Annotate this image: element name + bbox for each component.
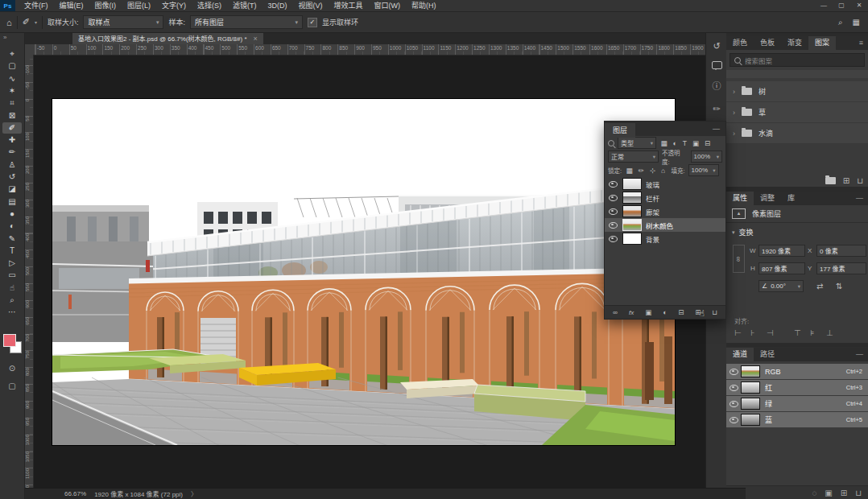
history-brush-tool[interactable]: ↺ <box>2 171 22 183</box>
dodge-tool[interactable]: ◐ <box>2 221 22 232</box>
new-group-icon[interactable]: ⊟ <box>678 308 684 316</box>
home-icon[interactable]: ⌂ <box>6 18 12 27</box>
menu-view[interactable]: 视图(V) <box>293 0 329 11</box>
filter-type-select[interactable]: 类型▾ <box>618 137 656 149</box>
load-selection-icon[interactable]: ◌ <box>812 489 816 497</box>
visibility-eye-icon[interactable] <box>609 236 618 242</box>
save-mask-icon[interactable]: ▣ <box>825 489 832 497</box>
zoom-level[interactable]: 66.67% <box>64 490 86 497</box>
layer-row[interactable]: 栏杆 <box>605 191 725 204</box>
document-tab[interactable]: 基地入口效果图2 - 副本.psd @ 66.7%(树木颜色, RGB/8#) … <box>72 32 263 44</box>
zoom-tool[interactable]: ⌕ <box>2 295 22 306</box>
tab-channels[interactable]: 通道 <box>726 348 754 361</box>
type-tool[interactable]: T <box>2 245 22 257</box>
panel-menu-icon[interactable]: ≡ <box>859 36 863 50</box>
search-icon[interactable]: ⌕ <box>838 18 843 27</box>
layer-thumbnail[interactable] <box>622 233 642 245</box>
layer-thumbnail[interactable] <box>622 205 642 217</box>
filter-smart-icon[interactable]: ⊟ <box>705 139 710 147</box>
menu-image[interactable]: 图像(I) <box>89 0 122 11</box>
gradient-tool[interactable]: ▤ <box>2 196 22 208</box>
hand-tool[interactable]: ☝ <box>2 282 22 294</box>
lock-pixels-icon[interactable]: ✏ <box>639 167 644 175</box>
visibility-eye-icon[interactable] <box>609 195 618 201</box>
vertical-ruler[interactable]: -100-50050100150200250300350400450500550… <box>24 55 34 489</box>
visibility-eye-icon[interactable] <box>609 181 618 188</box>
move-tool[interactable]: ⌖ <box>2 48 22 60</box>
tab-layers[interactable]: 图层 <box>605 123 635 138</box>
info-panel-icon[interactable]: ⓘ <box>709 79 725 93</box>
quick-mask-button[interactable]: ⊙ <box>2 364 22 373</box>
layer-thumbnail[interactable] <box>622 178 642 190</box>
filter-pixel-icon[interactable]: ▦ <box>661 139 668 147</box>
menu-select[interactable]: 选择(S) <box>192 0 227 11</box>
channel-row-red[interactable]: 红 Ctrl+3 <box>726 380 868 395</box>
channel-row-blue[interactable]: 蓝 Ctrl+5 <box>726 412 868 427</box>
tab-color[interactable]: 颜色 <box>726 36 754 50</box>
pen-tool[interactable]: ✎ <box>2 233 22 245</box>
y-field[interactable]: 177 像素 <box>816 262 866 274</box>
expand-icon[interactable]: › <box>733 109 735 117</box>
filter-adjustment-icon[interactable]: ◐ <box>673 139 677 147</box>
rotate-angle-field[interactable]: ∠ 0.00° ▾ <box>758 280 804 292</box>
minimize-button[interactable]: — <box>815 0 833 11</box>
layers-panel-header[interactable]: 图层 — <box>605 122 725 136</box>
lasso-tool[interactable]: ∿ <box>2 73 22 85</box>
chevron-down-icon[interactable]: ▾ <box>732 229 735 236</box>
expand-icon[interactable]: › <box>733 88 735 96</box>
align-bottom-icon[interactable]: ⊥ <box>826 328 833 337</box>
frame-tool[interactable]: ⊠ <box>2 110 22 122</box>
tab-adjustments[interactable]: 调整 <box>754 192 781 205</box>
pattern-search-input[interactable]: 搜索图案 <box>730 53 865 67</box>
maximize-button[interactable]: ▢ <box>833 0 850 11</box>
layer-row[interactable]: 廊架 <box>605 204 725 218</box>
blend-mode-select[interactable]: 正常▾ <box>608 151 659 163</box>
layer-row-selected[interactable]: 树木颜色 <box>605 218 725 232</box>
menu-file[interactable]: 文件(F) <box>19 0 54 11</box>
layer-style-icon[interactable]: fx <box>629 309 634 316</box>
expand-icon[interactable]: › <box>733 130 735 138</box>
sample-size-select[interactable]: 取样点 ▾ <box>83 15 163 29</box>
chevron-down-icon[interactable]: ▾ <box>35 19 37 25</box>
tab-swatches[interactable]: 色板 <box>754 36 781 50</box>
workspace-icon[interactable]: ▦ <box>853 18 860 27</box>
edit-toolbar[interactable]: ⋯ <box>2 307 22 318</box>
menu-plugins[interactable]: 增效工具 <box>329 0 369 11</box>
tab-patterns[interactable]: 图案 <box>808 36 836 50</box>
tab-properties[interactable]: 属性 <box>726 192 754 205</box>
eyedropper-tool[interactable]: ✐ <box>2 122 22 134</box>
filter-shape-icon[interactable]: ▣ <box>692 139 699 147</box>
screen-mode-button[interactable]: ▢ <box>2 381 22 390</box>
collapse-icon[interactable]: — <box>713 122 720 136</box>
flip-vertical-icon[interactable]: ⇅ <box>836 282 842 291</box>
marquee-tool[interactable]: ▢ <box>2 60 22 72</box>
align-top-icon[interactable]: ⊤ <box>794 328 801 337</box>
visibility-eye-icon[interactable] <box>609 208 618 215</box>
crop-tool[interactable]: ⌗ <box>2 97 22 109</box>
menu-3d[interactable]: 3D(D) <box>262 0 293 11</box>
tab-gradients[interactable]: 渐变 <box>781 36 808 50</box>
foreground-color-swatch[interactable] <box>3 334 16 347</box>
lock-transparent-icon[interactable]: ▦ <box>626 167 633 175</box>
new-channel-icon[interactable]: ⊞ <box>841 489 847 497</box>
align-left-icon[interactable]: ⊢ <box>734 328 742 337</box>
width-field[interactable]: 1920 像素 <box>758 245 805 257</box>
filter-type-icon[interactable]: T <box>683 139 687 147</box>
horizontal-ruler[interactable]: -500501001502002503003504004505005506006… <box>33 44 705 56</box>
pattern-group-trees[interactable]: › 树 <box>726 81 868 102</box>
menu-window[interactable]: 窗口(W) <box>369 0 407 11</box>
opacity-field[interactable]: 100%▾ <box>691 151 722 163</box>
fill-field[interactable]: 100%▾ <box>688 164 719 176</box>
visibility-eye-icon[interactable] <box>730 385 738 391</box>
layer-thumbnail[interactable] <box>622 192 642 204</box>
layer-row[interactable]: 玻璃 <box>605 177 725 191</box>
add-mask-icon[interactable]: ▣ <box>645 308 651 316</box>
menu-edit[interactable]: 编辑(E) <box>54 0 89 11</box>
pattern-group-water[interactable]: › 水滴 <box>726 123 868 144</box>
align-right-icon[interactable]: ⊣ <box>767 328 774 337</box>
visibility-eye-icon[interactable] <box>730 401 738 407</box>
blur-tool[interactable]: ● <box>2 208 22 220</box>
close-button[interactable]: ✕ <box>850 0 868 11</box>
brush-settings-panel-icon[interactable]: ✏ <box>709 101 725 116</box>
new-group-icon[interactable] <box>825 177 836 184</box>
